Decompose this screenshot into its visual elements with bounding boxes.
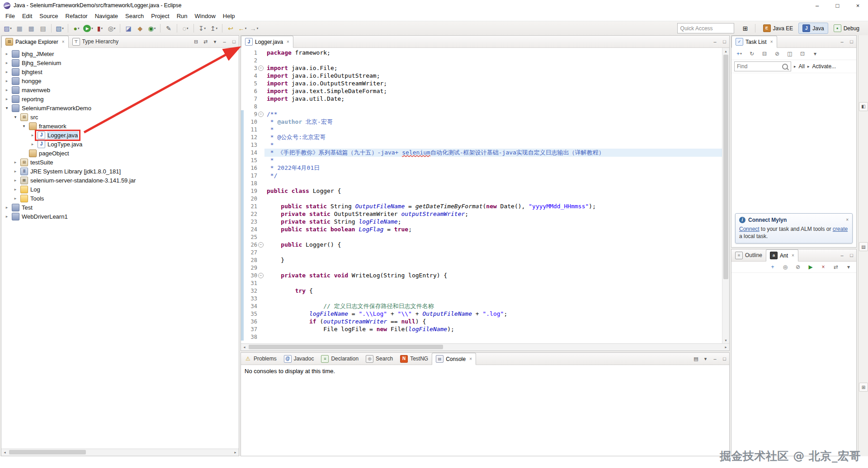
minimize-button[interactable]: – xyxy=(711,355,719,363)
code-line-35[interactable]: 35 logFileName = ".\\Log" + "\\" + Outpu… xyxy=(241,310,722,318)
create-link[interactable]: create xyxy=(833,226,848,232)
tree-arrow-icon[interactable]: ▸ xyxy=(3,51,10,56)
synchronize-button[interactable]: ↻ xyxy=(746,49,758,58)
run-default-target-button[interactable]: ▶ xyxy=(805,262,816,271)
tree-arrow-icon[interactable]: ▸ xyxy=(12,187,19,192)
code-line-28[interactable]: 28 } xyxy=(241,256,722,264)
editor-vscrollbar[interactable]: ▴ ▾ xyxy=(722,48,729,343)
code-line-9[interactable]: 9−/** xyxy=(241,110,722,118)
scroll-right-icon[interactable]: ▸ xyxy=(722,345,729,349)
tab-task-list[interactable]: ✓Task List× xyxy=(731,36,777,48)
menu-refactor[interactable]: Refactor xyxy=(62,12,91,20)
restore-view-2-button[interactable]: ▤ xyxy=(859,242,868,251)
close-icon[interactable]: × xyxy=(287,39,289,44)
code-line-18[interactable]: 18 xyxy=(241,179,722,187)
tree-item-logtype-java[interactable]: ▸JLogType.java xyxy=(1,140,239,149)
scroll-left-icon[interactable]: ◂ xyxy=(241,345,248,349)
code-line-11[interactable]: 11 * xyxy=(241,126,722,133)
menu-file[interactable]: File xyxy=(2,12,19,20)
tab-type-hierarchy[interactable]: ⊤Type Hierarchy xyxy=(69,36,123,47)
code-line-16[interactable]: 16 * 2022年4月01日 xyxy=(241,164,722,172)
maximize-button[interactable]: □ xyxy=(848,252,855,259)
back-button[interactable]: ←▾ xyxy=(236,23,248,34)
tree-arrow-icon[interactable]: ▾ xyxy=(12,115,19,119)
dropdown-arrow-icon[interactable]: ▾ xyxy=(114,27,116,30)
tab-javadoc[interactable]: @Javadoc xyxy=(280,353,318,365)
code-line-14[interactable]: 14 * 《手把手教你》系列基础篇（九十五）-java+ selenium自动化… xyxy=(241,149,722,156)
scroll-up-icon[interactable]: ▴ xyxy=(722,48,729,54)
scroll-thumb[interactable] xyxy=(249,345,443,349)
scroll-track[interactable] xyxy=(248,344,722,351)
code-line-12[interactable]: 12 * @公众号:北京宏哥 xyxy=(241,133,722,141)
menu-help[interactable]: Help xyxy=(219,12,239,20)
code-line-17[interactable]: 17 */ xyxy=(241,172,722,179)
code-line-29[interactable]: 29 xyxy=(241,264,722,271)
save-all-button[interactable]: ▩ xyxy=(25,23,37,34)
link-with-editor-button[interactable]: ⇄ xyxy=(202,38,209,46)
activate-link[interactable]: Activate... xyxy=(812,63,836,70)
tree-arrow-icon[interactable]: ▾ xyxy=(20,124,28,128)
dropdown-arrow-icon[interactable]: ▾ xyxy=(740,52,742,56)
menu-run[interactable]: Run xyxy=(173,12,191,20)
focus-on-workweek-button[interactable]: ◫ xyxy=(784,49,796,58)
open-console-button[interactable]: ▧▾ xyxy=(54,23,66,34)
search-button[interactable]: ◌▾ xyxy=(179,23,191,34)
tree-arrow-icon[interactable]: ▸ xyxy=(12,196,19,201)
dropdown-arrow-icon[interactable]: ▾ xyxy=(101,27,103,30)
tree-arrow-icon[interactable]: ▸ xyxy=(3,97,10,101)
tree-arrow-icon[interactable]: ▸ xyxy=(3,214,10,219)
tree-arrow-icon[interactable]: ▸ xyxy=(3,70,10,74)
tree-item-bjhg-selenium[interactable]: ▸Bjhg_Selenium xyxy=(1,58,239,67)
dropdown-arrow-icon[interactable]: ▾ xyxy=(154,27,156,30)
menu-navigate[interactable]: Navigate xyxy=(91,12,122,20)
maximize-button[interactable]: □ xyxy=(721,355,728,363)
collapse-all-button[interactable]: ⊟ xyxy=(192,38,200,46)
code-line-36[interactable]: 36 if (outputStreamWriter == null) { xyxy=(241,318,722,325)
tree-item-jre-system-library-jdk1-8-0-181[interactable]: ▸≣JRE System Library [jdk1.8.0_181] xyxy=(1,167,239,176)
filter-completed-button[interactable]: ⊘ xyxy=(771,49,783,58)
tab-testng[interactable]: NTestNG xyxy=(396,353,432,365)
code-line-25[interactable]: 25 xyxy=(241,233,722,241)
maximize-button[interactable]: □ xyxy=(721,38,728,46)
close-icon[interactable]: × xyxy=(846,217,849,222)
perspective-java[interactable]: JJava xyxy=(798,23,828,34)
code-line-5[interactable]: 5import java.io.OutputStreamWriter; xyxy=(241,80,722,87)
new-wizard-button[interactable]: ▨▾ xyxy=(2,23,14,34)
tab-ant[interactable]: aAnt× xyxy=(766,249,798,262)
tab-outline[interactable]: ≡Outline xyxy=(731,249,766,261)
find-input[interactable] xyxy=(736,63,782,70)
tab-search[interactable]: ◎Search xyxy=(362,353,396,365)
minimize-button[interactable]: – xyxy=(838,38,846,46)
tab-problems[interactable]: ⚠Problems xyxy=(241,353,280,365)
code-line-26[interactable]: 26− public Logger() { xyxy=(241,241,722,248)
tab-logger-java[interactable]: JLogger.java× xyxy=(241,36,293,48)
perspective-java-ee[interactable]: EJava EE xyxy=(759,23,797,34)
forward-button[interactable]: →▾ xyxy=(248,23,260,34)
tree-arrow-icon[interactable]: ▸ xyxy=(29,142,36,146)
code-line-3[interactable]: 3−import java.io.File; xyxy=(241,64,722,72)
code-line-31[interactable]: 31 xyxy=(241,279,722,287)
code-line-23[interactable]: 23 private static String logFileName; xyxy=(241,218,722,225)
restore-view-3-button[interactable]: ⊞ xyxy=(859,383,868,392)
new-class-button[interactable]: ◉▾ xyxy=(146,23,158,34)
close-icon[interactable]: × xyxy=(469,356,472,361)
package-explorer-hscrollbar[interactable]: ◂ ▸ xyxy=(1,449,239,456)
tree-arrow-icon[interactable]: ▸ xyxy=(29,133,36,137)
last-edit-location-button[interactable]: ↩ xyxy=(225,23,236,34)
code-line-21[interactable]: 21 public static String OutputFileName =… xyxy=(241,202,722,210)
code-line-8[interactable]: 8 xyxy=(241,103,722,110)
debug-button[interactable]: ●▾ xyxy=(71,23,82,34)
minimize-button[interactable]: – xyxy=(221,38,228,46)
menu-edit[interactable]: Edit xyxy=(19,12,36,20)
view-menu-button[interactable]: ▾ xyxy=(843,262,854,271)
editor-hscrollbar[interactable]: ◂ ▸ xyxy=(241,343,729,351)
tab-console[interactable]: ▤Console× xyxy=(432,353,476,365)
fold-collapse-icon[interactable]: − xyxy=(258,273,264,278)
restore-view-1-button[interactable]: ◧ xyxy=(859,102,868,111)
menu-window[interactable]: Window xyxy=(191,12,219,20)
tab-declaration[interactable]: ≡Declaration xyxy=(317,353,362,365)
close-icon[interactable]: × xyxy=(62,39,65,44)
code-line-10[interactable]: 10 * @author 北京-宏哥 xyxy=(241,118,722,126)
scroll-right-icon[interactable]: ▸ xyxy=(232,450,239,454)
tree-item-bjhg-jmeter[interactable]: ▸bjhg_JMeter xyxy=(1,49,239,58)
